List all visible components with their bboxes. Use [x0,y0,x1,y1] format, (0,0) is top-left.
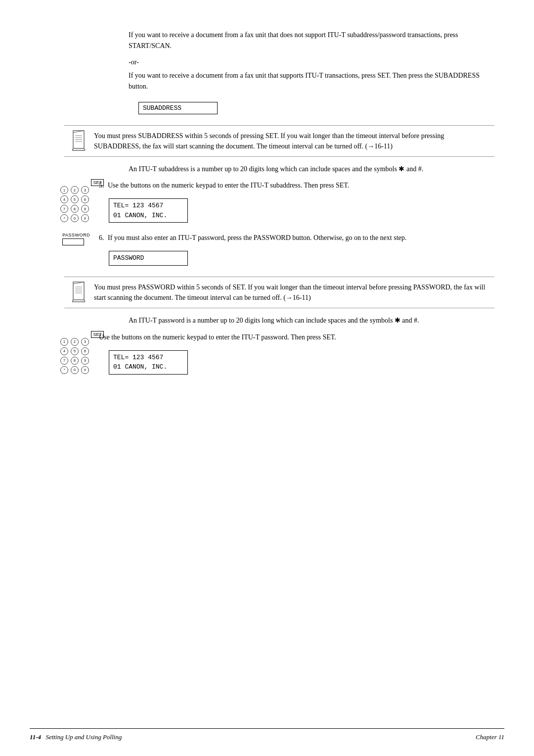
note-box-2: You must press PASSWORD within 5 seconds… [64,277,494,308]
step-6-row: PASSWORD 6. If you must also enter an IT… [0,233,494,270]
set-label-1: SET [91,179,104,186]
key-7: 7 [60,205,68,213]
paragraph-1-text: If you want to receive a document from a… [129,31,458,49]
key-9: 9 [81,205,89,213]
key-hash: # [81,214,89,222]
key2-5: 5 [71,347,79,355]
step-6-left: PASSWORD [0,233,99,245]
key-3: 3 [81,186,89,194]
tel-box-1-line1: TEL= 123 4567 [113,201,183,211]
note-2-text: You must press PASSWORD within 5 seconds… [94,284,485,301]
step-6-number: 6. [99,234,104,241]
password-label-text: PASSWORD [62,233,90,237]
step-password-left: SET 1 2 3 4 5 6 7 8 9 * 0 # [0,332,99,374]
footer-right: Chapter 11 [476,733,504,741]
paragraph-4-text: An ITU-T password is a number up to 20 d… [129,317,419,324]
key2-2: 2 [71,338,79,346]
set-label-2: SET [91,331,104,338]
paragraph-4: An ITU-T password is a number up to 20 d… [129,315,494,326]
step-6-text: If you must also enter an ITU-T password… [108,234,406,241]
or-line: -or- [129,57,494,67]
footer-left: 11-4 Setting Up and Using Polling [30,733,122,741]
paragraph-2-text: If you want to receive a document from a… [129,72,480,90]
subaddress-box-text: SUBADDRESS [143,104,181,112]
step-5-row: SET 1 2 3 4 5 6 7 8 9 * 0 # 5. Us [0,180,494,227]
paragraph-2: If you want to receive a document from a… [129,70,494,92]
step-password-row: SET 1 2 3 4 5 6 7 8 9 * 0 # Use the but [0,332,494,378]
key2-3: 3 [81,338,89,346]
key2-star: * [60,366,68,374]
content-area-3: An ITU-T password is a number up to 20 d… [129,315,494,326]
key2-6: 6 [81,347,89,355]
footer-line [30,728,504,729]
key2-7: 7 [60,357,68,365]
paragraph-3-text: An ITU-T subaddress is a number up to 20… [129,165,423,173]
step-5-content: 5. Use the buttons on the numeric keypad… [99,180,494,227]
footer-chapter: Chapter 11 [476,733,504,741]
key2-0: 0 [71,366,79,374]
key2-4: 4 [60,347,68,355]
paragraph-3: An ITU-T subaddress is a number up to 20… [129,164,494,175]
step-password-content: Use the buttons on the numeric keypad to… [99,332,494,378]
password-box-text: PASSWORD [113,254,144,262]
tel-display-1: TEL= 123 4567 01 CANON, INC. [99,194,494,227]
tel-box-2: TEL= 123 4567 01 CANON, INC. [109,350,188,375]
subaddress-box: SUBADDRESS [138,102,218,114]
content-area-2: An ITU-T subaddress is a number up to 20… [129,164,494,175]
key-4: 4 [60,195,68,203]
key-6: 6 [81,195,89,203]
note-1-text: You must press SUBADDRESS within 5 secon… [94,132,444,150]
key-2: 2 [71,186,79,194]
step-6-content: 6. If you must also enter an ITU-T passw… [99,233,494,270]
note-icon-2 [69,281,88,303]
key-0: 0 [71,214,79,222]
or-text: -or- [129,58,139,66]
footer-section-title: Setting Up and Using Polling [45,733,122,741]
password-button-box [62,238,84,245]
step-5-left: SET 1 2 3 4 5 6 7 8 9 * 0 # [0,180,99,222]
note-box-1: You must press SUBADDRESS within 5 secon… [64,125,494,157]
paragraph-1: If you want to receive a document from a… [129,30,494,51]
tel-box-1: TEL= 123 4567 01 CANON, INC. [109,198,188,223]
password-box: PASSWORD [109,251,188,266]
key-star: * [60,214,68,222]
note-icon-1 [69,130,88,151]
keypad-container-2: SET 1 2 3 4 5 6 7 8 9 * 0 # [60,332,90,374]
footer: 11-4 Setting Up and Using Polling Chapte… [30,733,504,741]
keypad-container-1: SET 1 2 3 4 5 6 7 8 9 * 0 # [60,180,90,222]
footer-page-number: 11-4 [30,733,41,741]
keypad-grid-1: 1 2 3 4 5 6 7 8 9 * 0 # [60,186,90,222]
tel-display-2: TEL= 123 4567 01 CANON, INC. [99,346,494,378]
password-button-area: PASSWORD [62,233,90,245]
tel-box-2-line1: TEL= 123 4567 [113,353,183,363]
tel-box-2-line2: 01 CANON, INC. [113,362,183,372]
key2-8: 8 [71,357,79,365]
key-1: 1 [60,186,68,194]
step-5-text: Use the buttons on the numeric keypad to… [108,182,349,189]
key2-1: 1 [60,338,68,346]
key2-9: 9 [81,357,89,365]
keypad-grid-2: 1 2 3 4 5 6 7 8 9 * 0 # [60,338,90,374]
page: If you want to receive a document from a… [0,0,534,756]
key-8: 8 [71,205,79,213]
step-use-text: Use the buttons on the numeric keypad to… [99,333,336,341]
password-display: PASSWORD [99,247,494,270]
content-area: If you want to receive a document from a… [129,30,494,118]
key2-hash: # [81,366,89,374]
subaddress-display: SUBADDRESS [129,98,494,118]
tel-box-1-line2: 01 CANON, INC. [113,211,183,221]
key-5: 5 [71,195,79,203]
